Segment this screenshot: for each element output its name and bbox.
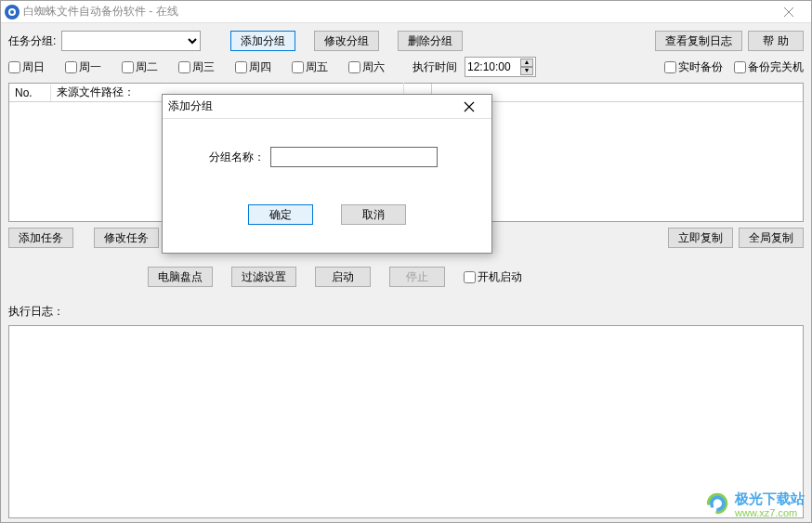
shutdown-after-checkbox[interactable]: 备份完关机 [734,59,804,75]
copy-now-button[interactable]: 立即复制 [668,228,733,248]
svg-point-1 [10,10,14,14]
day-wed-checkbox[interactable]: 周三 [178,59,215,75]
close-icon [464,101,475,112]
watermark-name: 极光下载站 [735,491,805,507]
stop-button: 停止 [389,267,445,287]
day-mon-checkbox[interactable]: 周一 [65,59,101,75]
day-thu-checkbox[interactable]: 周四 [235,59,271,75]
dialog-cancel-button[interactable]: 取消 [341,204,406,225]
middle-buttons-row: 电脑盘点 过滤设置 启动 停止 开机启动 [8,267,804,287]
task-group-select[interactable] [61,31,201,51]
help-button[interactable]: 帮 助 [748,31,804,51]
day-sun-checkbox[interactable]: 周日 [8,59,45,75]
close-icon[interactable] [770,2,807,22]
days-toolbar: 周日 周一 周二 周三 周四 周五 周六 执行时间 ▲ ▼ 实时备份 备份完关机 [8,57,804,77]
realtime-backup-checkbox[interactable]: 实时备份 [664,59,723,75]
window-title: 白蜘蛛文件自动备份软件 - 在线 [23,4,178,20]
exec-time-label: 执行时间 [413,59,457,75]
task-group-label: 任务分组: [8,33,56,49]
dialog-titlebar: 添加分组 [163,95,491,119]
add-group-dialog: 添加分组 分组名称： 确定 取消 [162,94,492,254]
watermark: 极光下载站 www.xz7.com [703,490,805,519]
app-icon [5,5,20,20]
dialog-ok-button[interactable]: 确定 [248,204,313,225]
modify-task-button[interactable]: 修改任务 [94,228,159,248]
dialog-body: 分组名称： 确定 取消 [163,119,491,253]
filter-button[interactable]: 过滤设置 [231,267,296,287]
log-panel[interactable] [8,325,804,518]
time-up-icon[interactable]: ▲ [520,59,533,67]
inventory-button[interactable]: 电脑盘点 [148,267,213,287]
global-copy-button[interactable]: 全局复制 [739,228,804,248]
watermark-url: www.xz7.com [735,507,805,518]
day-tue-checkbox[interactable]: 周二 [122,59,158,75]
dialog-title: 添加分组 [168,98,213,114]
start-button[interactable]: 启动 [315,267,371,287]
dialog-close-button[interactable] [452,96,486,118]
exec-time-input[interactable]: ▲ ▼ [465,57,536,77]
modify-group-button[interactable]: 修改分组 [314,31,379,51]
exec-time-field[interactable] [467,60,518,73]
group-name-input[interactable] [270,147,438,167]
add-group-button[interactable]: 添加分组 [230,31,295,51]
view-copy-log-button[interactable]: 查看复制日志 [655,31,742,51]
delete-group-button[interactable]: 删除分组 [398,31,463,51]
day-sat-checkbox[interactable]: 周六 [348,59,385,75]
titlebar: 白蜘蛛文件自动备份软件 - 在线 [1,1,811,23]
group-toolbar: 任务分组: 添加分组 修改分组 删除分组 查看复制日志 帮 助 [8,31,804,51]
log-label: 执行日志： [8,304,804,320]
col-no: No. [9,85,51,101]
watermark-icon [703,490,731,519]
day-fri-checkbox[interactable]: 周五 [292,59,328,75]
autostart-checkbox[interactable]: 开机启动 [464,269,522,285]
time-down-icon[interactable]: ▼ [520,67,533,75]
main-window: 白蜘蛛文件自动备份软件 - 在线 任务分组: 添加分组 修改分组 删除分组 查看… [0,0,812,523]
add-task-button[interactable]: 添加任务 [8,228,73,248]
group-name-label: 分组名称： [209,150,265,165]
